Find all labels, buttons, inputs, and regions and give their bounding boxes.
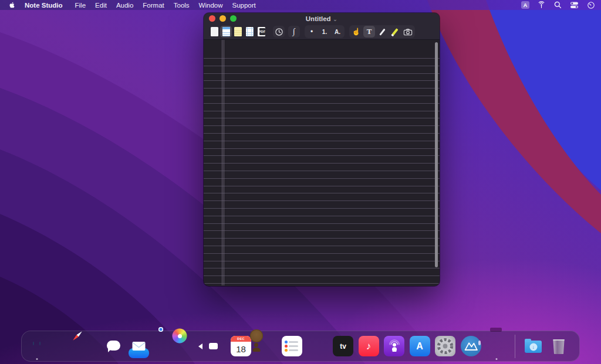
dock-podcasts[interactable] xyxy=(384,336,404,356)
download-arrow-icon: ↓ xyxy=(529,343,537,351)
clock-icon[interactable] xyxy=(586,1,595,9)
dock-notes[interactable] xyxy=(308,336,328,356)
minimize-button[interactable] xyxy=(220,15,226,22)
dock: DEC 18 tv ♪ xyxy=(21,331,580,362)
lined-paper-button[interactable] xyxy=(220,26,232,38)
close-button[interactable] xyxy=(209,15,215,22)
dock-trash[interactable] xyxy=(549,336,569,356)
numbered-list-icon: 1. xyxy=(322,29,327,35)
bullet-icon: • xyxy=(310,28,313,36)
podcasts-icon xyxy=(384,336,404,356)
window-title: Untitled ⌄ xyxy=(204,15,440,22)
dock-app-store[interactable]: A xyxy=(410,336,430,356)
control-center-icon[interactable] xyxy=(570,1,579,9)
margin-line xyxy=(222,40,224,285)
dock-apple-tv[interactable]: tv xyxy=(333,336,353,356)
dock-system-preferences[interactable] xyxy=(435,336,455,356)
dock-divider xyxy=(515,335,515,358)
highlighter-button[interactable] xyxy=(389,26,401,38)
list-format-group: • 1. A. xyxy=(305,25,345,38)
reminders-icon xyxy=(282,336,302,356)
camera-icon xyxy=(403,28,413,36)
zoom-button[interactable] xyxy=(230,15,237,22)
menu-bar: Note Studio File Edit Audio Format Tools… xyxy=(0,0,601,10)
dock-downloads[interactable]: ↓ xyxy=(523,336,543,356)
menu-window[interactable]: Window xyxy=(194,2,228,9)
grid-paper-icon xyxy=(246,27,254,36)
text-tool-button[interactable]: T xyxy=(363,26,375,38)
dock-mountain-app[interactable] xyxy=(461,336,481,356)
clock-tool-icon xyxy=(275,28,283,36)
dock-calendar[interactable]: DEC 18 xyxy=(231,336,251,356)
blank-paper-button[interactable] xyxy=(208,26,220,38)
wifi-icon[interactable] xyxy=(537,1,546,9)
menu-edit[interactable]: Edit xyxy=(90,2,112,9)
dock-safari[interactable] xyxy=(77,336,98,356)
numbered-list-button[interactable]: 1. xyxy=(319,26,330,38)
dock-note-studio[interactable] xyxy=(486,336,507,356)
menu-tools[interactable]: Tools xyxy=(169,2,194,9)
dock-facetime[interactable] xyxy=(205,336,226,356)
mountain-app-icon xyxy=(461,336,481,356)
menu-support[interactable]: Support xyxy=(228,2,261,9)
blank-paper-icon xyxy=(211,27,218,36)
system-preferences-icon xyxy=(435,336,455,356)
note-studio-window: Untitled ⌄ PDF ∫ • 1. A. ☝ T xyxy=(204,13,440,286)
menu-audio[interactable]: Audio xyxy=(112,2,138,9)
spotlight-search-icon[interactable] xyxy=(553,1,562,9)
dock-messages[interactable] xyxy=(103,336,124,356)
bullet-list-button[interactable]: • xyxy=(306,26,318,38)
yellow-paper-button[interactable] xyxy=(232,26,244,38)
calendar-icon: DEC 18 xyxy=(231,336,251,356)
ruled-lines xyxy=(204,58,440,285)
font-style-icon: A. xyxy=(335,29,340,35)
hand-tool-button[interactable]: ☝ xyxy=(350,26,362,38)
dock-music[interactable]: ♪ xyxy=(359,336,379,356)
menu-format[interactable]: Format xyxy=(138,2,168,9)
desktop: Note Studio File Edit Audio Format Tools… xyxy=(0,0,601,364)
mail-icon xyxy=(129,348,149,358)
hand-tool-icon: ☝ xyxy=(352,28,361,36)
highlighter-icon xyxy=(391,28,398,36)
app-store-icon: A xyxy=(410,336,430,356)
pdf-icon: PDF xyxy=(258,27,265,36)
input-source-icon[interactable]: A xyxy=(521,1,529,9)
dock-maps[interactable] xyxy=(154,336,175,356)
lined-paper-icon xyxy=(222,27,230,36)
dock-reminders[interactable] xyxy=(282,336,302,356)
vertical-scrollbar[interactable] xyxy=(435,42,438,267)
grid-paper-button[interactable] xyxy=(244,26,255,38)
integral-button[interactable]: ∫ xyxy=(288,26,300,38)
running-indicator xyxy=(36,358,38,360)
apple-tv-icon: tv xyxy=(333,336,353,356)
tools-group: ☝ T xyxy=(349,25,415,38)
text-tool-icon: T xyxy=(367,27,372,36)
yellow-paper-icon xyxy=(234,27,242,36)
dock-contacts[interactable] xyxy=(256,336,277,356)
dock-finder[interactable] xyxy=(26,336,47,356)
menu-app-name[interactable]: Note Studio xyxy=(21,2,67,9)
pen-icon xyxy=(379,28,385,35)
title-chevron-icon[interactable]: ⌄ xyxy=(333,16,337,22)
clock-tool-button[interactable] xyxy=(273,26,285,38)
title-bar[interactable]: Untitled ⌄ xyxy=(204,13,440,24)
note-editor-area[interactable] xyxy=(204,40,440,285)
pdf-export-button[interactable]: PDF xyxy=(255,26,267,38)
calendar-month: DEC xyxy=(231,336,251,342)
font-style-button[interactable]: A. xyxy=(332,26,343,38)
running-indicator xyxy=(495,358,497,360)
camera-button[interactable] xyxy=(402,26,414,38)
pen-tool-button[interactable] xyxy=(376,26,388,38)
menu-file[interactable]: File xyxy=(70,2,91,9)
toolbar: PDF ∫ • 1. A. ☝ T xyxy=(204,24,440,40)
calendar-day: 18 xyxy=(231,342,251,356)
dock-launchpad[interactable] xyxy=(52,336,73,356)
apple-menu-icon[interactable] xyxy=(8,1,16,9)
music-icon: ♪ xyxy=(359,336,379,356)
integral-icon: ∫ xyxy=(293,27,295,36)
dock-mail[interactable] xyxy=(129,336,149,356)
